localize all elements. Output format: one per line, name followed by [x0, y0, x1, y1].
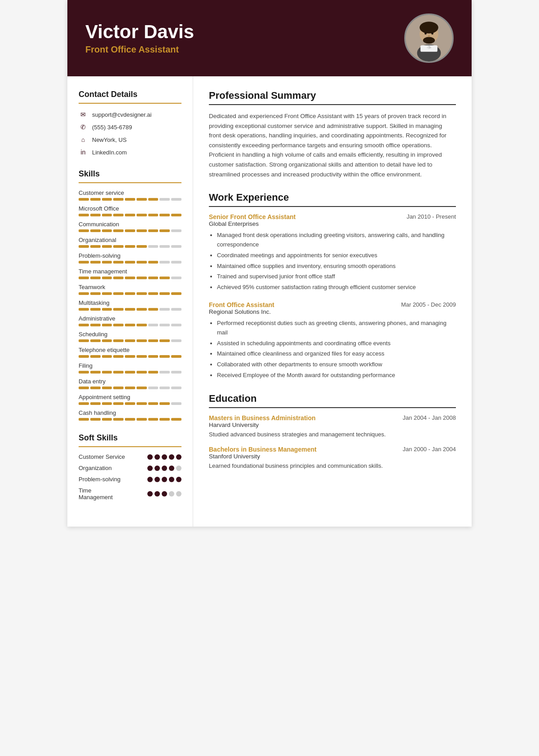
avatar [404, 13, 454, 63]
dot [155, 491, 160, 497]
skill-segment [159, 292, 170, 295]
skill-segment [148, 387, 159, 389]
skill-segment [159, 371, 170, 374]
skill-segment [113, 339, 124, 342]
job-company: Global Enterprises [209, 220, 456, 227]
skill-segment [125, 387, 135, 389]
job-bullet: Trained and supervised junior front offi… [217, 272, 456, 281]
skill-segment [125, 339, 135, 342]
svg-point-3 [420, 22, 438, 33]
skill-item: Organizational [79, 237, 181, 248]
skill-item: Data entry [79, 378, 181, 389]
skill-segment [159, 229, 170, 232]
skill-item: Customer service [79, 189, 181, 201]
skill-segment [125, 245, 135, 248]
skill-segment [171, 339, 181, 342]
skill-name: Microsoft Office [79, 205, 181, 212]
job-item: Front Office Assistant Mar 2005 - Dec 20… [209, 301, 456, 380]
dot [155, 477, 160, 482]
skill-name: Filing [79, 362, 181, 369]
job-bullets: Managed front desk operations including … [209, 231, 456, 292]
job-bullet: Assisted in scheduling appointments and … [217, 339, 456, 348]
skills-section: Skills Customer service Microsoft Office… [79, 169, 181, 421]
job-company: Regional Solutions Inc. [209, 308, 456, 315]
skill-name: Cash handling [79, 409, 181, 416]
skill-segment [148, 214, 159, 216]
skill-segment [159, 308, 170, 311]
edu-header: Masters in Business Administration Jan 2… [209, 414, 456, 422]
skill-segment [148, 402, 159, 405]
skill-segment [125, 198, 135, 201]
skill-segment [79, 277, 89, 279]
job-bullet: Received Employee of the Month award for… [217, 371, 456, 380]
dot [162, 454, 167, 460]
skill-segment [159, 324, 170, 326]
skill-segment [159, 198, 170, 201]
dot-rating [147, 466, 181, 471]
skill-segment [79, 229, 89, 232]
skill-segment [148, 324, 159, 326]
edu-degree: Masters in Business Administration [209, 414, 316, 422]
dot [147, 454, 153, 460]
dot [162, 477, 167, 482]
soft-skill-item: Problem-solving [79, 476, 181, 483]
skill-segment [113, 324, 124, 326]
education-section: Education Masters in Business Administra… [209, 393, 456, 470]
skill-segment [137, 339, 147, 342]
skill-segment [148, 277, 159, 279]
skill-name: Administrative [79, 315, 181, 322]
skill-segment [159, 355, 170, 358]
skill-segment [125, 261, 135, 264]
skill-segment [90, 324, 101, 326]
soft-skill-item: Organization [79, 465, 181, 471]
skill-segment [102, 308, 112, 311]
skill-item: Administrative [79, 315, 181, 326]
job-bullet: Collaborated with other departments to e… [217, 360, 456, 369]
education-item: Bachelors in Business Management Jan 200… [209, 446, 456, 470]
dot [176, 477, 181, 482]
job-bullet: Achieved 95% customer satisfaction ratin… [217, 283, 456, 292]
skill-segment [159, 402, 170, 405]
skill-segment [159, 261, 170, 264]
skill-segment [113, 214, 124, 216]
skill-segment [79, 355, 89, 358]
skill-segment [171, 261, 181, 264]
dot [176, 454, 181, 460]
skill-segment [90, 229, 101, 232]
skill-item: Appointment setting [79, 394, 181, 405]
dot [176, 491, 181, 497]
skill-segment [159, 339, 170, 342]
job-title: Front Office Assistant [209, 301, 274, 308]
skill-segment [113, 277, 124, 279]
skill-segment [90, 418, 101, 421]
skill-segment [137, 245, 147, 248]
skill-segment [90, 355, 101, 358]
candidate-title: Front Office Assistant [85, 44, 194, 55]
dot [147, 466, 153, 471]
contact-divider [79, 103, 181, 104]
resume-header: Victor Davis Front Office Assistant [67, 0, 472, 76]
job-bullet: Maintained office cleanliness and organi… [217, 349, 456, 359]
skill-segment [90, 261, 101, 264]
contact-item: ✆ (555) 345-6789 [79, 123, 181, 132]
skill-segment [137, 324, 147, 326]
dot [162, 466, 167, 471]
skills-list: Customer service Microsoft Office Commun… [79, 189, 181, 421]
skill-segment [125, 277, 135, 279]
skill-segment [137, 292, 147, 295]
contact-icon: ✉ [79, 110, 88, 119]
skill-segment [90, 214, 101, 216]
summary-text: Dedicated and experienced Front Office A… [209, 111, 456, 179]
contact-icon: ✆ [79, 123, 88, 132]
skill-segment [79, 387, 89, 389]
skill-segment [171, 355, 181, 358]
skill-segment [102, 277, 112, 279]
job-bullet: Managed front desk operations including … [217, 231, 456, 250]
edu-description: Learned foundational business principles… [209, 462, 456, 470]
skill-segment [148, 229, 159, 232]
soft-skill-item: Customer Service [79, 453, 181, 460]
skill-segment [102, 371, 112, 374]
edu-date: Jan 2000 - Jan 2004 [402, 446, 456, 453]
skill-segment [171, 277, 181, 279]
contact-icon: ⌂ [79, 135, 88, 144]
